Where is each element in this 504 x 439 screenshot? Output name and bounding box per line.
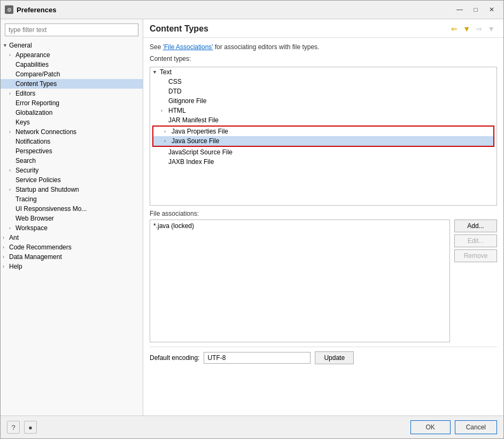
tree-item-search[interactable]: Search	[1, 156, 143, 166]
chevron-icon-data-management: ›	[3, 254, 9, 260]
tree-label-capabilities: Capabilities	[15, 61, 49, 68]
tree-item-globalization[interactable]: Globalization	[1, 108, 143, 117]
ct-chevron-html: ›	[161, 108, 168, 113]
encoding-label: Default encoding:	[150, 354, 199, 362]
page-title: Content Types	[150, 24, 208, 34]
forward-dropdown-button[interactable]: ▼	[485, 23, 497, 34]
ok-button[interactable]: OK	[410, 420, 451, 434]
ct-item-java-properties[interactable]: ›Java Properties File	[153, 127, 493, 136]
tree-item-keys[interactable]: Keys	[1, 117, 143, 127]
tree-label-compare-patch: Compare/Patch	[15, 70, 60, 78]
tree-item-general[interactable]: ▼General	[1, 41, 143, 50]
tree-label-service-policies: Service Policies	[15, 176, 61, 184]
main-content: ▼General›AppearanceCapabilitiesCompare/P…	[1, 19, 503, 416]
tree-item-notifications[interactable]: Notifications	[1, 137, 143, 146]
ct-item-text[interactable]: ▼Text	[150, 67, 497, 77]
preferences-button[interactable]: ●	[24, 421, 37, 434]
tree-item-workspace[interactable]: ›Workspace	[1, 223, 143, 233]
tree-item-tracing[interactable]: Tracing	[1, 194, 143, 204]
ct-chevron-text: ▼	[152, 69, 160, 75]
tree-label-help: Help	[9, 263, 22, 270]
ct-label-jar-manifest: JAR Manifest File	[168, 116, 219, 124]
chevron-icon-code-recommenders: ›	[3, 245, 9, 250]
tree-item-perspectives[interactable]: Perspectives	[1, 146, 143, 156]
ct-item-jaxb-index[interactable]: JAXB Index File	[150, 157, 497, 167]
ct-item-css[interactable]: CSS	[150, 77, 497, 87]
tree-label-content-types: Content Types	[15, 80, 57, 88]
tree-item-capabilities[interactable]: Capabilities	[1, 60, 143, 69]
ct-item-javascript-source[interactable]: JavaScript Source File	[150, 147, 497, 157]
minimize-button[interactable]: —	[452, 4, 467, 15]
forward-button[interactable]: ⇒	[474, 23, 484, 34]
tree-item-startup-shutdown[interactable]: ›Startup and Shutdown	[1, 185, 143, 194]
tree-label-startup-shutdown: Startup and Shutdown	[15, 186, 79, 193]
file-assoc-list[interactable]: *.java (locked)	[150, 219, 450, 342]
nav-buttons: ⇐ ▼ ⇒ ▼	[449, 23, 497, 34]
edit-button[interactable]: Edit...	[454, 234, 497, 247]
ct-item-jar-manifest[interactable]: JAR Manifest File	[150, 115, 497, 125]
tree-item-appearance[interactable]: ›Appearance	[1, 50, 143, 60]
tree-label-web-browser: Web Browser	[15, 215, 54, 222]
chevron-icon-ant: ›	[3, 235, 9, 240]
tree-label-ant: Ant	[9, 234, 19, 241]
chevron-icon-appearance: ›	[9, 52, 15, 58]
cancel-button[interactable]: Cancel	[455, 420, 497, 434]
tree-item-security[interactable]: ›Security	[1, 166, 143, 175]
ct-label-text: Text	[160, 68, 172, 76]
ct-item-dtd[interactable]: DTD	[150, 87, 497, 96]
tree-item-error-reporting[interactable]: Error Reporting	[1, 98, 143, 108]
encoding-input[interactable]	[204, 352, 311, 364]
tree-item-data-management[interactable]: ›Data Management	[1, 252, 143, 262]
encoding-row: Default encoding: Update	[150, 347, 497, 366]
info-line: See 'File Associations' for associating …	[150, 43, 497, 51]
filter-input[interactable]	[5, 23, 138, 36]
chevron-icon-startup-shutdown: ›	[9, 187, 15, 192]
tree-label-error-reporting: Error Reporting	[15, 99, 59, 107]
tree-item-ui-responsiveness[interactable]: UI Responsiveness Mo...	[1, 204, 143, 214]
tree-item-editors[interactable]: ›Editors	[1, 89, 143, 98]
tree-label-keys: Keys	[15, 119, 30, 126]
chevron-icon-general: ▼	[3, 43, 9, 48]
info-suffix: for associating editors with file types.	[213, 43, 320, 51]
file-assoc-item[interactable]: *.java (locked)	[151, 221, 448, 231]
tree-label-general: General	[9, 42, 32, 49]
ct-label-dtd: DTD	[168, 88, 182, 95]
ct-chevron-java-source: ›	[164, 138, 172, 144]
tree-label-notifications: Notifications	[15, 138, 50, 145]
dialog-title: Preferences	[17, 6, 452, 14]
tree-label-perspectives: Perspectives	[15, 147, 52, 155]
tree-item-help[interactable]: ›Help	[1, 262, 143, 271]
chevron-icon-security: ›	[9, 168, 15, 173]
ct-item-html[interactable]: ›HTML	[150, 106, 497, 115]
chevron-icon-workspace: ›	[9, 225, 15, 231]
tree-label-search: Search	[15, 157, 36, 164]
back-button[interactable]: ⇐	[449, 23, 460, 34]
tree-container[interactable]: ▼General›AppearanceCapabilitiesCompare/P…	[1, 41, 143, 416]
tree-item-network-connections[interactable]: ›Network Connections	[1, 127, 143, 137]
back-dropdown-button[interactable]: ▼	[461, 23, 472, 34]
maximize-button[interactable]: □	[468, 4, 483, 15]
ct-label-jaxb-index: JAXB Index File	[168, 158, 214, 166]
preferences-dialog: ⚙ Preferences — □ ✕ ▼General›AppearanceC…	[0, 0, 504, 439]
tree-item-code-recommenders[interactable]: ›Code Recommenders	[1, 242, 143, 252]
update-button[interactable]: Update	[315, 351, 354, 364]
tree-label-ui-responsiveness: UI Responsiveness Mo...	[15, 205, 87, 213]
tree-label-tracing: Tracing	[15, 195, 37, 203]
tree-label-globalization: Globalization	[15, 109, 52, 116]
tree-item-content-types[interactable]: Content Types	[1, 79, 143, 89]
file-assoc-row: *.java (locked) Add... Edit... Remove	[150, 219, 497, 342]
tree-item-ant[interactable]: ›Ant	[1, 233, 143, 242]
tree-item-service-policies[interactable]: Service Policies	[1, 175, 143, 185]
help-button[interactable]: ?	[7, 421, 20, 434]
tree-item-web-browser[interactable]: Web Browser	[1, 214, 143, 223]
content-types-tree[interactable]: ▼TextCSSDTDGitignore File›HTMLJAR Manife…	[150, 67, 497, 206]
remove-button[interactable]: Remove	[454, 249, 497, 262]
title-bar: ⚙ Preferences — □ ✕	[1, 1, 503, 19]
tree-label-network-connections: Network Connections	[15, 128, 76, 136]
ct-item-gitignore[interactable]: Gitignore File	[150, 96, 497, 106]
add-button[interactable]: Add...	[454, 219, 497, 232]
ct-item-java-source[interactable]: ›Java Source File	[153, 136, 493, 146]
tree-item-compare-patch[interactable]: Compare/Patch	[1, 69, 143, 79]
close-button[interactable]: ✕	[484, 4, 499, 15]
file-associations-link[interactable]: 'File Associations'	[163, 43, 213, 51]
